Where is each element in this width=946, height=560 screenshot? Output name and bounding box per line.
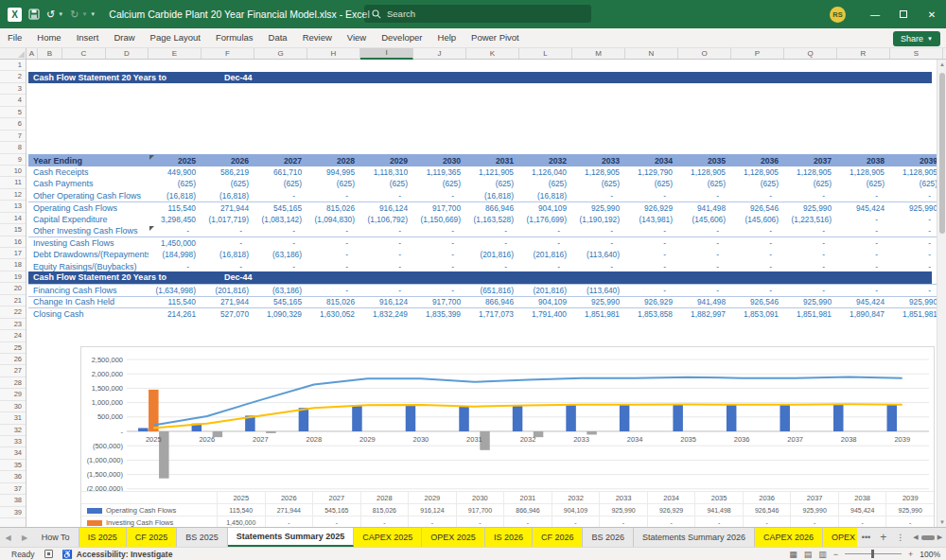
- year-header-cell[interactable]: 2039: [890, 156, 943, 166]
- menu-tab-page-layout[interactable]: Page Layout: [143, 28, 208, 47]
- column-header-e[interactable]: E: [149, 48, 201, 59]
- cell-value[interactable]: -: [625, 250, 678, 259]
- row-label-cash-receipts[interactable]: Cash Receipts: [28, 167, 149, 177]
- cell-value[interactable]: 545,165: [254, 297, 307, 306]
- cell-value[interactable]: -: [413, 286, 466, 295]
- user-avatar[interactable]: RS: [830, 7, 846, 23]
- cell-value[interactable]: (625): [731, 179, 784, 188]
- cell-value[interactable]: 1,853,091: [731, 309, 784, 319]
- cell-value[interactable]: -: [837, 286, 890, 295]
- cell-value[interactable]: -: [890, 215, 943, 224]
- cell-value[interactable]: 545,165: [254, 203, 307, 213]
- cell-value[interactable]: 926,546: [731, 203, 784, 213]
- cell-value[interactable]: 917,700: [413, 203, 466, 213]
- cell-value[interactable]: -: [572, 191, 625, 201]
- cell-value[interactable]: -: [360, 238, 413, 248]
- cell-value[interactable]: -: [413, 191, 466, 201]
- cell-value[interactable]: (1,223,516): [784, 215, 837, 224]
- cell-value[interactable]: 926,929: [625, 297, 678, 306]
- cell-value[interactable]: -: [307, 262, 360, 271]
- cell-value[interactable]: -: [519, 226, 572, 236]
- cell-value[interactable]: -: [413, 226, 466, 236]
- cell-value[interactable]: -: [678, 226, 731, 236]
- vertical-scrollbar-thumb[interactable]: [939, 73, 945, 234]
- cell-value[interactable]: (625): [201, 179, 254, 188]
- sheet-tab-bs-2026[interactable]: BS 2026: [583, 528, 634, 547]
- cell-value[interactable]: 1,118,310: [360, 167, 413, 177]
- search-box[interactable]: Search: [364, 5, 591, 23]
- cell-value[interactable]: -: [360, 191, 413, 201]
- menu-tab-file[interactable]: File: [0, 28, 29, 47]
- row-header-26[interactable]: 26: [0, 354, 26, 365]
- cell-value[interactable]: -: [678, 191, 731, 201]
- sheet-tab-capex-2026[interactable]: CAPEX 2026: [755, 528, 823, 547]
- row-label-equity-raisings-buybacks[interactable]: Equity Raisings/(Buybacks): [28, 262, 149, 271]
- cell-value[interactable]: -: [466, 226, 519, 236]
- row-label-closing-cash[interactable]: Closing Cash: [28, 309, 149, 319]
- year-header-cell[interactable]: 2036: [731, 156, 784, 166]
- cell-value[interactable]: (625): [307, 179, 360, 188]
- cell-value[interactable]: (1,634,998): [149, 286, 201, 295]
- cell-value[interactable]: (16,818): [149, 191, 201, 201]
- cell-value[interactable]: 926,546: [731, 297, 784, 306]
- cell-value[interactable]: (651,816): [466, 286, 519, 295]
- cell-value[interactable]: 866,946: [466, 297, 519, 306]
- cell-value[interactable]: -: [466, 238, 519, 248]
- cell-value[interactable]: (201,816): [466, 250, 519, 259]
- cell-value[interactable]: 1,119,365: [413, 167, 466, 177]
- cell-value[interactable]: 1,882,997: [678, 309, 731, 319]
- year-header-cell[interactable]: 2035: [678, 156, 731, 166]
- row-header-17[interactable]: 17: [0, 248, 26, 259]
- cell-value[interactable]: (16,818): [201, 250, 254, 259]
- row-header-9[interactable]: 9: [0, 154, 26, 166]
- cell-value[interactable]: 1,853,858: [625, 309, 678, 319]
- cell-value[interactable]: 1,791,400: [519, 309, 572, 319]
- cell-value[interactable]: (625): [572, 179, 625, 188]
- cell-value[interactable]: -: [625, 226, 678, 236]
- statement-banner[interactable]: Cash Flow Statement 20 Years to Dec-44: [28, 72, 932, 84]
- cell-value[interactable]: (625): [890, 179, 943, 188]
- column-header-f[interactable]: F: [201, 48, 254, 59]
- row-header-10[interactable]: 10: [0, 166, 26, 177]
- row-header-33[interactable]: 33: [0, 436, 26, 447]
- cell-value[interactable]: 271,944: [201, 203, 254, 213]
- cell-value[interactable]: (1,150,669): [413, 215, 466, 224]
- row-header-19[interactable]: 19: [0, 271, 26, 283]
- sheet-tab-cf-2026[interactable]: CF 2026: [533, 528, 584, 547]
- cell-value[interactable]: -: [890, 286, 943, 295]
- row-label-other-operating-cash-flows[interactable]: Other Operating Cash Flows: [28, 191, 149, 201]
- menu-tab-power-pivot[interactable]: Power Pivot: [464, 28, 527, 47]
- cell-value[interactable]: -: [360, 286, 413, 295]
- cell-value[interactable]: (1,083,142): [254, 215, 307, 224]
- cell-value[interactable]: 815,026: [307, 297, 360, 306]
- scroll-down-icon[interactable]: ▼: [937, 517, 946, 527]
- row-header-29[interactable]: 29: [0, 389, 26, 400]
- cell-value[interactable]: -: [678, 286, 731, 295]
- cell-value[interactable]: 115,540: [149, 203, 201, 213]
- cell-value[interactable]: -: [519, 238, 572, 248]
- year-header-cell[interactable]: 2029: [360, 156, 413, 166]
- cell-value[interactable]: -: [201, 262, 254, 271]
- cell-value[interactable]: -: [519, 262, 572, 271]
- sheet-tab-is-2026[interactable]: IS 2026: [485, 528, 533, 547]
- cell-value[interactable]: -: [837, 250, 890, 259]
- column-header-h[interactable]: H: [307, 48, 360, 59]
- row-header-34[interactable]: 34: [0, 447, 26, 459]
- year-header-cell[interactable]: 2038: [837, 156, 890, 166]
- row-label-cash-payments[interactable]: Cash Payments: [28, 179, 149, 188]
- cell-value[interactable]: (145,606): [731, 215, 784, 224]
- cell-value[interactable]: 1,128,905: [890, 167, 943, 177]
- row-header-11[interactable]: 11: [0, 177, 26, 188]
- cell-value[interactable]: 916,124: [360, 297, 413, 306]
- cell-value[interactable]: -: [149, 262, 201, 271]
- cell-value[interactable]: -: [413, 262, 466, 271]
- close-button[interactable]: ✕: [918, 0, 946, 28]
- cell-value[interactable]: -: [837, 238, 890, 248]
- cell-value[interactable]: (625): [519, 179, 572, 188]
- cell-value[interactable]: -: [678, 238, 731, 248]
- cell-value[interactable]: -: [360, 262, 413, 271]
- cell-value[interactable]: 925,990: [572, 203, 625, 213]
- cell-value[interactable]: 1,832,249: [360, 309, 413, 319]
- cell-value[interactable]: -: [837, 226, 890, 236]
- cell-value[interactable]: -: [837, 191, 890, 201]
